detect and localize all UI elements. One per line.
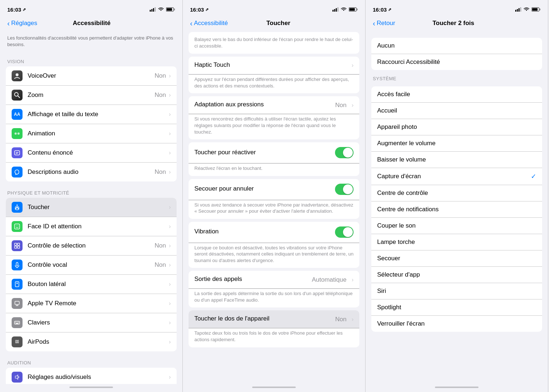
secouer-item[interactable]: Secouer pour annuler — [189, 179, 359, 200]
list-item-toucher[interactable]: Toucher › — [6, 198, 177, 217]
status-icons-1 — [150, 7, 175, 12]
status-bar-1: 16:03 ⇗ — [0, 0, 182, 16]
nav-back-2[interactable]: ‹ Accessibilité — [190, 19, 228, 28]
option-siri[interactable]: Siri — [371, 283, 542, 299]
list-item-zoom[interactable]: Zoom Non › — [6, 86, 177, 105]
list-item-contenu[interactable]: Contenu énoncé › — [6, 143, 177, 163]
svg-rect-41 — [517, 9, 518, 12]
option-aucun[interactable]: Aucun — [371, 38, 542, 54]
option-lampe-torche[interactable]: Lampe torche — [371, 234, 542, 250]
panel3-scroll[interactable]: Aucun Raccourci Accessibilité SYSTÈME Ac… — [366, 32, 548, 384]
list-item-claviers[interactable]: Claviers › — [6, 313, 177, 332]
list-item-audition-placeholder[interactable]: Réglages audio/visuels › — [6, 368, 177, 384]
toucher-reactiver-title: Toucher pour réactiver — [194, 149, 335, 156]
controle-vocal-icon — [12, 260, 23, 270]
top-fade-card: Balayez vers le bas du bord inférieur de… — [189, 32, 359, 54]
list-item-controle-sel[interactable]: Contrôle de sélection Non › — [6, 236, 177, 256]
svg-rect-17 — [17, 243, 20, 245]
time-1: 16:03 ⇗ — [7, 7, 26, 13]
option-acces-facile[interactable]: Accès facile — [371, 86, 542, 103]
nav-back-1[interactable]: ‹ Réglages — [7, 19, 37, 28]
list-item-appletv[interactable]: Apple TV Remote › — [6, 294, 177, 313]
svg-rect-19 — [17, 246, 20, 248]
sortie-desc: La sortie des appels détermine la sortie… — [194, 290, 354, 303]
bouton-lateral-icon — [12, 279, 23, 290]
toucher-reactiver-item[interactable]: Toucher pour réactiver — [189, 142, 359, 163]
secouer-toggle[interactable] — [335, 184, 354, 195]
battery-icon — [166, 7, 175, 12]
option-verrouiller-ecran[interactable]: Verrouiller l'écran — [371, 316, 542, 332]
toucher-icon — [12, 202, 23, 213]
toucher-reactiver-desc: Réactivez l'écran en le touchant. — [194, 165, 354, 172]
option-raccourci[interactable]: Raccourci Accessibilité — [371, 54, 542, 70]
option-couper-son[interactable]: Couper le son — [371, 218, 542, 234]
haptic-touch-item[interactable]: Haptic Touch › — [189, 57, 359, 74]
sys-options-group: Accès facile Accueil Appareil photo Augm… — [371, 86, 542, 332]
secouer-desc: Si vous avez tendance à secouer votre iP… — [194, 202, 354, 215]
descriptions-icon — [12, 167, 23, 177]
option-centre-controle[interactable]: Centre de contrôle — [371, 185, 542, 201]
svg-rect-45 — [532, 8, 538, 11]
nav-back-3[interactable]: ‹ Retour — [373, 19, 395, 28]
option-capture-ecran[interactable]: Capture d'écran ✓ — [371, 168, 542, 185]
vibration-item[interactable]: Vibration — [189, 222, 359, 243]
panel-toucher: 16:03 ⇗ ‹ Accessibilité — [183, 0, 366, 392]
svg-rect-1 — [152, 9, 153, 12]
toucher-dos-item[interactable]: Toucher le dos de l'appareil Non › — [189, 310, 359, 328]
chevron-voiceover: › — [169, 73, 171, 79]
chevron-appletv: › — [169, 300, 171, 307]
home-indicator-1 — [0, 384, 182, 392]
list-item-descriptions[interactable]: Descriptions audio Non › — [6, 163, 177, 181]
nav-back-label-2: Accessibilité — [194, 20, 228, 27]
affichage-icon: AA — [12, 109, 23, 120]
animation-icon — [12, 128, 23, 139]
svg-point-11 — [17, 132, 20, 135]
list-item-animation[interactable]: Animation › — [6, 124, 177, 143]
svg-rect-16 — [15, 243, 17, 245]
svg-point-15 — [18, 226, 19, 226]
option-centre-notifs[interactable]: Centre de notifications — [371, 201, 542, 218]
option-augmenter-volume[interactable]: Augmenter le volume — [371, 135, 542, 152]
option-selecteur-app[interactable]: Sélecteur d'app — [371, 267, 542, 283]
svg-rect-42 — [518, 8, 520, 12]
panel1-scroll[interactable]: Les fonctionnalités d'accessibilité vous… — [0, 32, 182, 384]
adaptation-card: Adaptation aux pressions Non › Si vous r… — [189, 96, 359, 139]
chevron-bouton-lateral: › — [169, 281, 171, 287]
list-item-controle-vocal[interactable]: Contrôle vocal Non › — [6, 256, 177, 275]
option-secouer[interactable]: Secouer — [371, 250, 542, 267]
nav-bar-3: ‹ Retour Toucher 2 fois — [366, 16, 548, 32]
nav-title-3: Toucher 2 fois — [395, 20, 512, 27]
haptic-title: Haptic Touch — [194, 61, 351, 69]
svg-rect-3 — [155, 7, 156, 12]
list-item-bouton-lateral[interactable]: Bouton latéral › — [6, 275, 177, 294]
option-appareil-photo[interactable]: Appareil photo — [371, 119, 542, 135]
option-accueil[interactable]: Accueil — [371, 103, 542, 119]
list-item-affichage[interactable]: AA Affichage et taille du texte › — [6, 105, 177, 124]
chevron-faceid: › — [169, 223, 171, 230]
list-item-airpods[interactable]: AirPods › — [6, 332, 177, 351]
option-spotlight[interactable]: Spotlight — [371, 299, 542, 316]
chevron-toucher: › — [169, 204, 171, 211]
vibration-toggle[interactable] — [335, 226, 354, 238]
list-item-voiceover[interactable]: VoiceOver Non › — [6, 66, 177, 86]
panel2-scroll[interactable]: Balayez vers le bas du bord inférieur de… — [183, 32, 365, 384]
chevron-animation: › — [169, 130, 171, 137]
voiceover-icon — [12, 70, 23, 81]
check-capture-ecran: ✓ — [531, 172, 536, 180]
toucher-reactiver-toggle[interactable] — [335, 147, 354, 158]
sortie-appels-item[interactable]: Sortie des appels Automatique › — [189, 271, 359, 289]
accessibility-description: Les fonctionnalités d'accessibilité vous… — [0, 32, 182, 53]
svg-line-9 — [18, 96, 20, 98]
list-item-faceid[interactable]: Face ID et attention › — [6, 217, 177, 236]
adaptation-title: Adaptation aux pressions — [194, 101, 335, 108]
haptic-touch-card: Haptic Touch › Appuyez sur l'écran penda… — [189, 57, 359, 93]
svg-point-10 — [15, 132, 17, 135]
adaptation-item[interactable]: Adaptation aux pressions Non › — [189, 96, 359, 114]
option-baisser-volume[interactable]: Baisser le volume — [371, 152, 542, 168]
chevron-airpods: › — [169, 339, 171, 345]
chevron-toucher-dos: › — [352, 316, 354, 323]
adaptation-desc: Si vous rencontrez des difficultés à uti… — [194, 116, 354, 135]
wifi-icon-3 — [524, 7, 529, 12]
adaptation-value: Non — [335, 102, 346, 109]
controle-sel-icon — [12, 240, 23, 251]
